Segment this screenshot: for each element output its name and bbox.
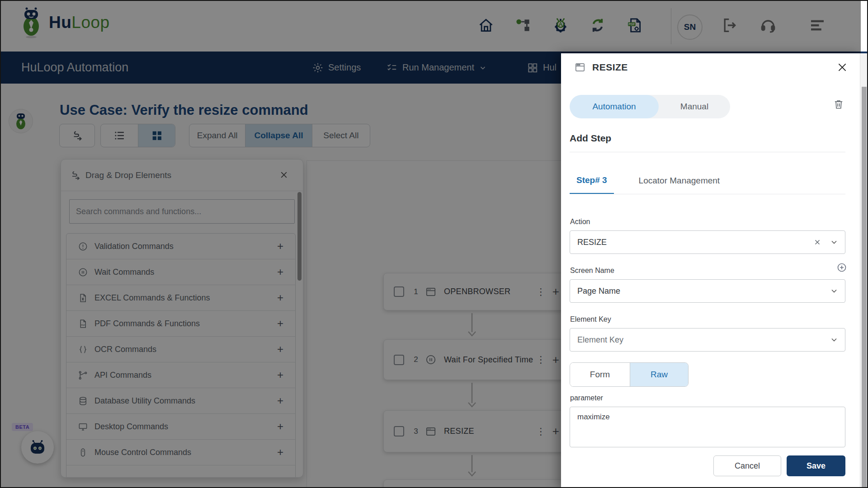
divider xyxy=(570,152,845,152)
scrollbar[interactable] xyxy=(860,53,868,488)
step-editor-drawer: RESIZE Automation Manual Add Step Step# … xyxy=(561,53,861,488)
screen-name-value: Page Name xyxy=(577,286,620,296)
form-mode-button[interactable]: Form xyxy=(570,363,630,386)
browser-window-icon xyxy=(574,61,586,73)
add-step-heading: Add Step xyxy=(570,133,611,144)
element-key-select[interactable]: Element Key xyxy=(570,328,845,352)
save-button[interactable]: Save xyxy=(787,455,845,476)
tab-manual[interactable]: Manual xyxy=(659,95,730,118)
action-select[interactable]: RESIZE xyxy=(570,230,845,254)
clear-icon[interactable] xyxy=(813,238,821,246)
drawer-title: RESIZE xyxy=(592,62,628,73)
scrollbar-thumb[interactable] xyxy=(862,87,867,487)
parameter-label: parameter xyxy=(570,394,603,402)
raw-mode-button[interactable]: Raw xyxy=(630,363,688,386)
parameter-textarea[interactable] xyxy=(570,407,845,447)
action-label: Action xyxy=(570,218,590,226)
screen-name-select[interactable]: Page Name xyxy=(570,279,845,303)
tab-automation[interactable]: Automation xyxy=(570,95,659,118)
step-subtabs: Step# 3 Locator Management xyxy=(570,167,726,194)
screen-name-label: Screen Name xyxy=(570,267,614,275)
subtab-step[interactable]: Step# 3 xyxy=(570,167,614,194)
chevron-down-icon[interactable] xyxy=(830,335,839,344)
action-value: RESIZE xyxy=(577,238,607,247)
drawer-close-icon[interactable] xyxy=(836,61,848,73)
cancel-button[interactable]: Cancel xyxy=(713,455,781,476)
divider xyxy=(570,194,845,194)
form-raw-toggle: Form Raw xyxy=(570,362,689,387)
app-window: HuLoop A xyxy=(0,0,868,488)
mode-tabs: Automation Manual xyxy=(570,95,730,118)
trash-icon[interactable] xyxy=(833,99,844,110)
chevron-down-icon[interactable] xyxy=(830,238,839,247)
subtab-locator-management[interactable]: Locator Management xyxy=(632,167,727,194)
add-screen-icon[interactable] xyxy=(836,262,847,273)
element-key-label: Element Key xyxy=(570,315,611,324)
chevron-down-icon[interactable] xyxy=(830,286,839,296)
element-key-value: Element Key xyxy=(577,335,623,345)
